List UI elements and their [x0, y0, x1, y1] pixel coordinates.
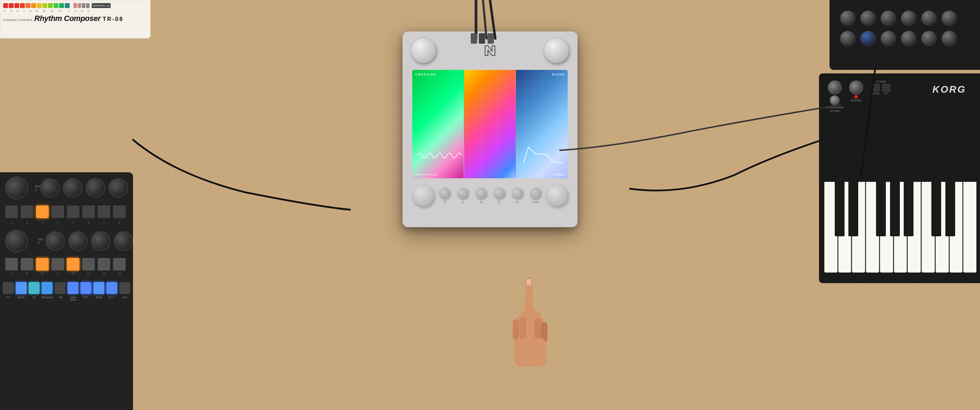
rt-knob-5[interactable] [921, 11, 937, 26]
tr08-btn-green-2[interactable] [54, 3, 59, 8]
pad-knob-14[interactable] [68, 231, 88, 251]
synth-btn-s: S [494, 188, 505, 204]
synth-bottom-knob-left[interactable] [413, 185, 434, 206]
rt-knob-3[interactable] [881, 11, 896, 26]
crotales-label: CROTALES [415, 73, 436, 76]
korg-knob-arp-control[interactable] [828, 81, 842, 94]
pad-15[interactable] [98, 258, 110, 271]
korg-octave-section: OCTAVE DOWN UP [872, 81, 890, 112]
black-key-3[interactable] [876, 182, 886, 236]
pad-13[interactable] [67, 258, 80, 271]
tr08-brand-label: Computer Controlled [3, 18, 32, 22]
tr08-btn-red-2[interactable] [9, 3, 14, 8]
tr08-btn-yellow-2[interactable] [37, 3, 41, 8]
rt-knob-8[interactable] [860, 31, 876, 46]
tr08-btn-green-1[interactable] [48, 3, 53, 8]
pad-10[interactable] [21, 258, 33, 271]
svg-rect-10 [535, 318, 541, 341]
mode-pad-user[interactable] [119, 282, 130, 294]
synth-knob-top-left[interactable] [411, 38, 436, 63]
rt-knob-6[interactable] [942, 11, 957, 26]
black-key-2[interactable] [848, 182, 858, 236]
synth-btn-p-circle[interactable] [439, 188, 450, 199]
korg-knob-arp-small[interactable] [830, 95, 840, 105]
mode-pad-mixolydian[interactable] [41, 282, 52, 294]
pad-set2-label: Set 2 [35, 185, 40, 192]
pad-8[interactable] [113, 206, 126, 218]
pad-knob-6[interactable] [63, 178, 82, 198]
white-key-11[interactable] [963, 182, 977, 272]
rt-knob-7[interactable] [840, 31, 855, 46]
mode-pad-5[interactable] [55, 282, 65, 294]
black-key-1[interactable] [835, 182, 845, 236]
rt-knob-1[interactable] [840, 11, 855, 26]
synth-btn-s-circle[interactable] [494, 188, 505, 199]
pad-12[interactable] [51, 258, 64, 271]
pad-5[interactable] [67, 206, 80, 218]
mode-pads-row [3, 282, 130, 294]
rt-knob-11[interactable] [921, 31, 937, 46]
tr08-btn-orange-1[interactable] [20, 3, 25, 8]
korg-knob-sustain-control[interactable] [849, 81, 863, 94]
pad-6[interactable] [82, 206, 95, 218]
synth-btn-d-label: D [480, 200, 483, 204]
rt-knob-10[interactable] [901, 31, 916, 46]
display-cell-center [464, 70, 516, 178]
tr08-btn-red-1[interactable] [3, 3, 8, 8]
pad-3[interactable] [36, 206, 49, 218]
tr08-btn-teal[interactable] [65, 3, 70, 8]
pad-4[interactable] [51, 206, 64, 218]
pad-knob-16[interactable] [114, 231, 133, 251]
pad-9[interactable] [5, 258, 18, 271]
pad-16[interactable] [113, 258, 126, 271]
pad-knob-large-left[interactable] [5, 177, 28, 199]
black-key-4[interactable] [890, 182, 900, 236]
mode-pad-harm-minor[interactable] [68, 282, 78, 294]
synth-btn-a-circle[interactable] [457, 188, 469, 199]
synth-bottom-knob-right[interactable] [547, 185, 568, 206]
synth-knob-top-right[interactable] [544, 38, 569, 63]
pad-11[interactable] [36, 258, 49, 271]
mode-pads-section: F# Dorian G# Mixolydian AR Harm Minor OC… [0, 280, 133, 303]
black-key-6[interactable] [931, 182, 941, 236]
pad-knob-large-left2[interactable] [5, 230, 28, 252]
tr08-btn-green-3[interactable] [59, 3, 64, 8]
mode-pad-3[interactable] [29, 282, 40, 294]
mode-pad-oct-blues[interactable] [81, 282, 91, 294]
korg-down-btn[interactable] [872, 84, 880, 92]
pad-knob-13[interactable] [46, 231, 65, 251]
synth-btn-d-circle[interactable] [476, 188, 487, 199]
rt-knob-9[interactable] [881, 31, 896, 46]
tr08-btn-yellow-1[interactable] [31, 3, 36, 8]
rt-knob-4[interactable] [901, 11, 916, 26]
korg-up-btn[interactable] [882, 84, 890, 92]
pad-knob-7[interactable] [86, 178, 105, 198]
synth-btn-r-circle[interactable] [512, 188, 523, 199]
synth-btn-s-label: S [498, 200, 501, 204]
mode-pad-1[interactable] [3, 282, 14, 294]
pad-7[interactable] [98, 206, 110, 218]
pad-knob-5[interactable] [40, 178, 59, 198]
tr08-btn-orange-2[interactable] [25, 3, 30, 8]
pad-knob-15[interactable] [91, 231, 110, 251]
korg-knob-arp: ARPEGGIATOR TAP/ARPI [826, 81, 844, 112]
pad-14[interactable] [82, 258, 95, 271]
rt-knob-2[interactable] [860, 11, 876, 26]
synth-btn-vol-circle[interactable] [530, 188, 541, 199]
rt-knob-12[interactable] [942, 31, 957, 46]
tr08-btn-yellow-3[interactable] [42, 3, 47, 8]
mode-pad-dorian[interactable] [16, 282, 27, 294]
mode-pad-8[interactable] [94, 282, 104, 294]
flute-label: FLUTE [552, 73, 565, 76]
black-key-7[interactable] [945, 182, 955, 236]
right-top-knobs-area [829, 0, 980, 57]
mode-pad-9[interactable] [107, 282, 117, 294]
pad-1[interactable] [5, 206, 18, 218]
pad-knob-8[interactable] [108, 178, 128, 198]
pad-2[interactable] [21, 206, 33, 218]
tr08-btn-red-3[interactable] [14, 3, 19, 8]
pad-numbers-2: 9 10 11 12 13 14 15 16 [5, 272, 128, 275]
scene: INTRO/FILL IN 4567891011121234 Computer … [0, 0, 980, 410]
korg-tap-label: TAP/ARPI [829, 110, 840, 112]
black-key-5[interactable] [904, 182, 913, 236]
